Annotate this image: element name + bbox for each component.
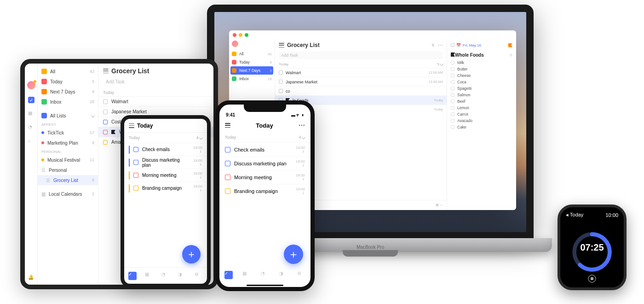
tab-calendar-icon[interactable]: ▦: [145, 272, 153, 280]
more-icon[interactable]: ⋯: [437, 42, 443, 48]
watch-back[interactable]: ◂ Today: [566, 212, 583, 218]
checkbox-icon[interactable]: [451, 112, 454, 116]
pomo-icon[interactable]: ◔: [28, 124, 34, 131]
checkbox-icon[interactable]: [451, 93, 454, 97]
checkbox-icon[interactable]: [279, 89, 283, 93]
checkbox-icon[interactable]: [103, 99, 108, 104]
checkbox-icon[interactable]: [451, 125, 454, 129]
checkbox-icon[interactable]: [451, 61, 454, 64]
task-row[interactable]: Walmart: [98, 96, 213, 106]
menu-icon[interactable]: [225, 123, 230, 128]
detail-menu-icon[interactable]: ≡: [510, 53, 512, 58]
checkbox-icon[interactable]: [451, 74, 454, 77]
tab-tasks-icon[interactable]: ✓: [224, 271, 233, 279]
checkbox-icon[interactable]: [225, 175, 230, 180]
checkbox-icon[interactable]: [103, 130, 108, 134]
tab-calendar-icon[interactable]: ▦: [242, 271, 251, 279]
task-row[interactable]: Japanese Market12:00 AM: [275, 77, 447, 86]
task-row[interactable]: co: [275, 86, 447, 95]
more-icon[interactable]: ⋯: [299, 122, 305, 129]
bell-icon[interactable]: 🔔: [28, 275, 34, 281]
tab-pomo-icon[interactable]: ◔: [261, 271, 269, 279]
side-button[interactable]: [626, 243, 627, 257]
flag-icon[interactable]: [508, 43, 512, 47]
digital-crown[interactable]: [626, 226, 627, 236]
sidebar-item[interactable]: Next 7 Days9: [230, 66, 273, 75]
tasks-icon[interactable]: ✓: [28, 97, 34, 103]
add-task-input[interactable]: Add Task: [279, 52, 443, 59]
add-button[interactable]: ＋: [284, 245, 303, 264]
list-item[interactable]: ☰ Personal: [38, 165, 98, 175]
checkbox-icon[interactable]: [225, 161, 230, 166]
checkbox-icon[interactable]: [133, 147, 138, 152]
tab-settings-icon[interactable]: ⚙: [297, 271, 305, 279]
list-item[interactable]: ☰ Grocery List5: [38, 175, 98, 185]
search-icon[interactable]: ⌕: [28, 138, 34, 145]
subtask-row[interactable]: Butter: [447, 66, 516, 72]
task-row[interactable]: Branding campaign18:00⇣: [219, 184, 310, 198]
subtask-row[interactable]: Coca: [447, 79, 516, 85]
checkbox-icon[interactable]: [451, 80, 454, 84]
checkbox-icon[interactable]: [451, 99, 454, 103]
checkbox-icon[interactable]: [103, 110, 108, 114]
task-row[interactable]: Check emails18:00⇣: [124, 143, 207, 156]
smart-inbox[interactable]: Inbox28: [38, 97, 98, 107]
sidebar-item[interactable]: Inbox28: [229, 75, 275, 83]
add-button[interactable]: ＋: [182, 245, 201, 263]
tab-tasks-icon[interactable]: ✓: [128, 272, 137, 280]
checkbox-icon[interactable]: [451, 119, 454, 123]
task-row[interactable]: Morning meeting18:00⇣: [219, 170, 310, 184]
sidebar-item[interactable]: All42: [229, 50, 275, 58]
tab-habit-icon[interactable]: ◑: [279, 271, 288, 279]
list-item[interactable]: Marketing Plan8: [38, 138, 98, 148]
subtask-row[interactable]: Lemon: [447, 105, 516, 111]
task-row[interactable]: Morning meeting18:00⇣: [124, 169, 207, 181]
list-item[interactable]: Musical Festival11: [38, 155, 98, 165]
task-row[interactable]: Discuss marketing plan18:00⇣: [219, 156, 310, 170]
list-item[interactable]: TickTick17: [38, 128, 98, 138]
checkbox-icon[interactable]: [133, 173, 138, 178]
task-row[interactable]: Check emails18:00⇣: [219, 142, 310, 156]
subtask-row[interactable]: Avacado: [447, 117, 516, 124]
tab-pomo-icon[interactable]: ◔: [161, 272, 170, 280]
task-row[interactable]: Discuss marketing plan18:00⇣: [124, 156, 207, 169]
checkbox-icon[interactable]: [279, 80, 283, 84]
checkbox-icon[interactable]: [133, 186, 138, 191]
subtask-row[interactable]: Salmon: [447, 92, 516, 98]
checkbox-icon[interactable]: [279, 70, 283, 75]
window-traffic-lights[interactable]: [229, 30, 516, 40]
checkbox-icon[interactable]: [225, 147, 230, 152]
checkbox-icon[interactable]: [225, 188, 230, 194]
subtask-row[interactable]: Milk: [447, 59, 516, 66]
menu-icon[interactable]: [129, 123, 134, 128]
subtask-row[interactable]: Cake: [447, 124, 516, 130]
smart-next7[interactable]: Next 7 Days9: [38, 87, 98, 97]
calendar-icon[interactable]: ▦: [28, 111, 34, 117]
avatar[interactable]: [232, 41, 238, 47]
subtask-row[interactable]: Carrot: [447, 111, 516, 117]
detail-date[interactable]: Fri, May 16: [463, 43, 481, 47]
tab-habit-icon[interactable]: ◑: [178, 272, 186, 280]
checkbox-icon[interactable]: [133, 160, 138, 165]
task-row[interactable]: Walmart12:00 AM: [275, 68, 447, 77]
stop-button[interactable]: [588, 275, 596, 283]
subtask-row[interactable]: Cheese: [447, 72, 516, 79]
checkbox-icon[interactable]: [451, 106, 454, 110]
checkbox-icon[interactable]: [451, 87, 454, 90]
checkbox-icon[interactable]: [103, 120, 108, 124]
checkbox-icon[interactable]: [451, 43, 454, 47]
checkbox-icon[interactable]: [451, 67, 454, 71]
smart-all[interactable]: All42: [38, 66, 98, 76]
add-task-input[interactable]: Add Task: [103, 77, 209, 86]
tab-settings-icon[interactable]: ⚙: [195, 272, 203, 280]
smart-today[interactable]: Today5: [38, 76, 98, 87]
archive-icon[interactable]: ⊞ ⋯: [436, 203, 443, 207]
all-lists[interactable]: All Lists: [38, 111, 98, 121]
subtask-row[interactable]: Beef: [447, 98, 516, 105]
sort-icon[interactable]: ⇅: [431, 43, 435, 47]
subtask-row[interactable]: Spagetti: [447, 85, 516, 92]
local-calendars[interactable]: ▥Local Calendars2: [38, 189, 98, 199]
avatar[interactable]: [27, 81, 35, 89]
sidebar-item[interactable]: Today5: [229, 58, 275, 66]
checkbox-icon[interactable]: [103, 140, 108, 145]
